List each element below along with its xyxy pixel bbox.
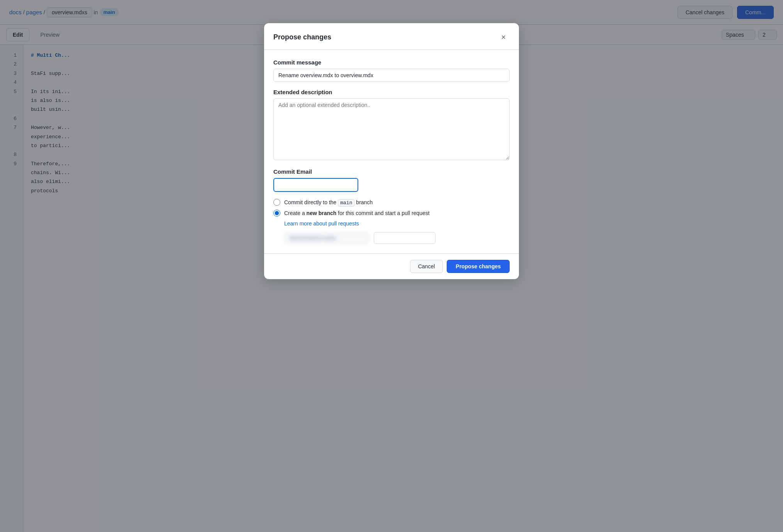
branch-name-input[interactable] — [284, 232, 369, 244]
new-branch-bold: new branch — [307, 210, 337, 216]
commit-message-input[interactable] — [273, 69, 510, 82]
radio-new-input[interactable] — [273, 210, 280, 217]
propose-changes-button[interactable]: Propose changes — [447, 260, 510, 273]
modal-overlay: Propose changes × Commit message Extende… — [0, 0, 783, 532]
modal-close-button[interactable]: × — [497, 31, 510, 43]
extended-desc-textarea[interactable] — [273, 98, 510, 160]
radio-direct-label: Commit directly to the main branch — [284, 199, 373, 206]
commit-message-label: Commit message — [273, 59, 510, 66]
radio-direct-option[interactable]: Commit directly to the main branch — [273, 199, 510, 206]
radio-direct-input[interactable] — [273, 199, 280, 206]
radio-new-option[interactable]: Create a new branch for this commit and … — [273, 210, 510, 217]
radio-group: Commit directly to the main branch Creat… — [273, 199, 510, 244]
branch-inputs — [284, 232, 510, 244]
modal-body: Commit message Extended description Comm… — [264, 50, 519, 253]
commit-email-section: Commit Email — [273, 168, 510, 192]
branch-short-input[interactable] — [374, 232, 436, 244]
extended-desc-section: Extended description — [273, 89, 510, 161]
modal-header: Propose changes × — [264, 23, 519, 50]
modal: Propose changes × Commit message Extende… — [264, 23, 519, 279]
commit-email-input[interactable] — [273, 178, 358, 192]
commit-email-label: Commit Email — [273, 168, 510, 175]
modal-footer: Cancel Propose changes — [264, 253, 519, 279]
modal-title: Propose changes — [273, 33, 331, 41]
cancel-button[interactable]: Cancel — [410, 260, 443, 273]
learn-more-link[interactable]: Learn more about pull requests — [284, 220, 510, 227]
commit-message-section: Commit message — [273, 59, 510, 82]
extended-desc-label: Extended description — [273, 89, 510, 95]
radio-new-label: Create a new branch for this commit and … — [284, 210, 430, 216]
branch-code: main — [338, 199, 354, 207]
